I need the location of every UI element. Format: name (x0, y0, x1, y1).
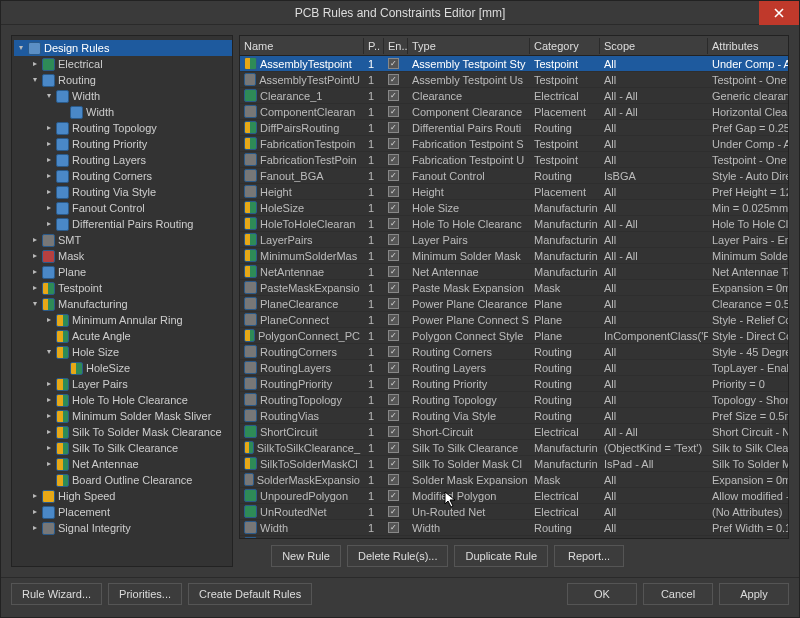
tree-silktosilk[interactable]: ▸Silk To Silk Clearance (42, 440, 232, 456)
grid-body[interactable]: AssemblyTestpoint1✓Assembly Testpoint St… (240, 56, 788, 538)
tree-silktosolder[interactable]: ▸Silk To Solder Mask Clearance (42, 424, 232, 440)
checkbox-icon[interactable]: ✓ (388, 218, 399, 229)
expand-icon[interactable]: ▸ (44, 156, 53, 165)
expand-icon[interactable]: ▸ (44, 396, 53, 405)
table-row[interactable]: RoutingPriority1✓Routing PriorityRouting… (240, 376, 788, 392)
expand-icon[interactable]: ▸ (44, 124, 53, 133)
checkbox-icon[interactable]: ✓ (388, 202, 399, 213)
tree-routing-via[interactable]: ▸Routing Via Style (42, 184, 232, 200)
cell-enabled[interactable]: ✓ (384, 136, 408, 151)
tree-holesize-rule[interactable]: HoleSize (56, 360, 232, 376)
expand-icon[interactable]: ▸ (44, 188, 53, 197)
col-name[interactable]: Name (240, 38, 364, 54)
checkbox-icon[interactable]: ✓ (388, 234, 399, 245)
cell-enabled[interactable]: ✓ (384, 408, 408, 423)
table-row[interactable]: PlaneClearance1✓Power Plane ClearancePla… (240, 296, 788, 312)
rule-wizard-button[interactable]: Rule Wizard... (11, 583, 102, 605)
cell-enabled[interactable]: ✓ (384, 104, 408, 119)
cell-enabled[interactable]: ✓ (384, 264, 408, 279)
checkbox-icon[interactable]: ✓ (388, 90, 399, 101)
tree-electrical[interactable]: ▸Electrical (28, 56, 232, 72)
table-row[interactable]: Fanout_BGA1✓Fanout ControlRoutingIsBGASt… (240, 168, 788, 184)
checkbox-icon[interactable]: ✓ (388, 266, 399, 277)
tree-routing-corners[interactable]: ▸Routing Corners (42, 168, 232, 184)
collapse-icon[interactable]: ▾ (44, 348, 53, 357)
tree-highspeed[interactable]: ▸High Speed (28, 488, 232, 504)
checkbox-icon[interactable]: ✓ (388, 522, 399, 533)
tree-manufacturing[interactable]: ▾Manufacturing ▸Minimum Annular Ring Acu… (28, 296, 232, 488)
table-row[interactable]: RoutingLayers1✓Routing LayersRoutingAllT… (240, 360, 788, 376)
table-row[interactable]: UnRoutedNet1✓Un-Routed NetElectricalAll(… (240, 504, 788, 520)
checkbox-icon[interactable]: ✓ (388, 106, 399, 117)
collapse-icon[interactable]: ▾ (30, 300, 39, 309)
expand-icon[interactable]: ▸ (30, 492, 39, 501)
tree-smt[interactable]: ▸SMT (28, 232, 232, 248)
table-row[interactable]: LayerPairs1✓Layer PairsManufacturinAllLa… (240, 232, 788, 248)
table-row[interactable]: RoutingVias1✓Routing Via StyleRoutingAll… (240, 408, 788, 424)
checkbox-icon[interactable]: ✓ (388, 442, 399, 453)
tree-routing-priority[interactable]: ▸Routing Priority (42, 136, 232, 152)
table-row[interactable]: PlaneConnect1✓Power Plane Connect SPlane… (240, 312, 788, 328)
table-row[interactable]: FabricationTestpoin1✓Fabrication Testpoi… (240, 136, 788, 152)
checkbox-icon[interactable]: ✓ (388, 362, 399, 373)
checkbox-icon[interactable]: ✓ (388, 58, 399, 69)
tree-netantennae[interactable]: ▸Net Antennae (42, 456, 232, 472)
rules-grid[interactable]: Name P.. En... Type Category Scope Attri… (239, 35, 789, 539)
checkbox-icon[interactable]: ✓ (388, 506, 399, 517)
checkbox-icon[interactable]: ✓ (388, 458, 399, 469)
checkbox-icon[interactable]: ✓ (388, 490, 399, 501)
tree-placement[interactable]: ▸Placement (28, 504, 232, 520)
table-row[interactable]: PasteMaskExpansio1✓Paste Mask ExpansionM… (240, 280, 788, 296)
cell-enabled[interactable]: ✓ (384, 360, 408, 375)
rules-tree-pane[interactable]: ▾Design Rules ▸Electrical ▾Routing ▾Widt… (11, 35, 233, 567)
cell-enabled[interactable]: ✓ (384, 248, 408, 263)
tree-routing-layers[interactable]: ▸Routing Layers (42, 152, 232, 168)
checkbox-icon[interactable]: ✓ (388, 122, 399, 133)
table-row[interactable]: ShortCircuit1✓Short-CircuitElectricalAll… (240, 424, 788, 440)
cell-enabled[interactable]: ✓ (384, 472, 408, 487)
expand-icon[interactable]: ▸ (30, 236, 39, 245)
expand-icon[interactable]: ▸ (44, 380, 53, 389)
expand-icon[interactable]: ▸ (44, 204, 53, 213)
checkbox-icon[interactable]: ✓ (388, 378, 399, 389)
duplicate-rule-button[interactable]: Duplicate Rule (454, 545, 548, 567)
tree-minsliver[interactable]: ▸Minimum Solder Mask Sliver (42, 408, 232, 424)
checkbox-icon[interactable]: ✓ (388, 426, 399, 437)
col-enabled[interactable]: En... (384, 38, 408, 54)
table-row[interactable]: UnpouredPolygon1✓Modified PolygonElectri… (240, 488, 788, 504)
cell-enabled[interactable]: ✓ (384, 120, 408, 135)
tree-diffpairs[interactable]: ▸Differential Pairs Routing (42, 216, 232, 232)
tree-boardoutline[interactable]: Board Outline Clearance (42, 472, 232, 488)
cell-enabled[interactable]: ✓ (384, 456, 408, 471)
cell-enabled[interactable]: ✓ (384, 280, 408, 295)
expand-icon[interactable]: ▸ (44, 460, 53, 469)
expand-icon[interactable]: ▸ (44, 172, 53, 181)
cell-enabled[interactable]: ✓ (384, 168, 408, 183)
table-row[interactable]: SilkToSolderMaskCl1✓Silk To Solder Mask … (240, 456, 788, 472)
cell-enabled[interactable]: ✓ (384, 152, 408, 167)
cell-enabled[interactable]: ✓ (384, 184, 408, 199)
expand-icon[interactable]: ▸ (44, 316, 53, 325)
checkbox-icon[interactable]: ✓ (388, 298, 399, 309)
tree-holesize[interactable]: ▾Hole Size HoleSize (42, 344, 232, 376)
table-row[interactable]: RoutingTopology1✓Routing TopologyRouting… (240, 392, 788, 408)
tree-plane[interactable]: ▸Plane (28, 264, 232, 280)
tree-width[interactable]: ▾Width Width (42, 88, 232, 120)
cell-enabled[interactable]: ✓ (384, 424, 408, 439)
table-row[interactable]: FabricationTestPoin1✓Fabrication Testpoi… (240, 152, 788, 168)
table-row[interactable]: PolygonConnect_PC1✓Polygon Connect Style… (240, 328, 788, 344)
table-row[interactable]: HoleToHoleClearan1✓Hole To Hole Clearanc… (240, 216, 788, 232)
table-row[interactable]: Width1✓WidthRoutingAllPref Width = 0.1mm (240, 520, 788, 536)
checkbox-icon[interactable]: ✓ (388, 74, 399, 85)
checkbox-icon[interactable]: ✓ (388, 330, 399, 341)
tree-holetohole[interactable]: ▸Hole To Hole Clearance (42, 392, 232, 408)
cell-enabled[interactable]: ✓ (384, 56, 408, 71)
tree-testpoint[interactable]: ▸Testpoint (28, 280, 232, 296)
collapse-icon[interactable]: ▾ (16, 44, 25, 53)
apply-button[interactable]: Apply (719, 583, 789, 605)
cell-enabled[interactable]: ✓ (384, 488, 408, 503)
table-row[interactable]: AssemblyTestPointU1✓Assembly Testpoint U… (240, 72, 788, 88)
table-row[interactable]: DiffPairsRouting1✓Differential Pairs Rou… (240, 120, 788, 136)
cell-enabled[interactable]: ✓ (384, 520, 408, 535)
cell-enabled[interactable]: ✓ (384, 232, 408, 247)
